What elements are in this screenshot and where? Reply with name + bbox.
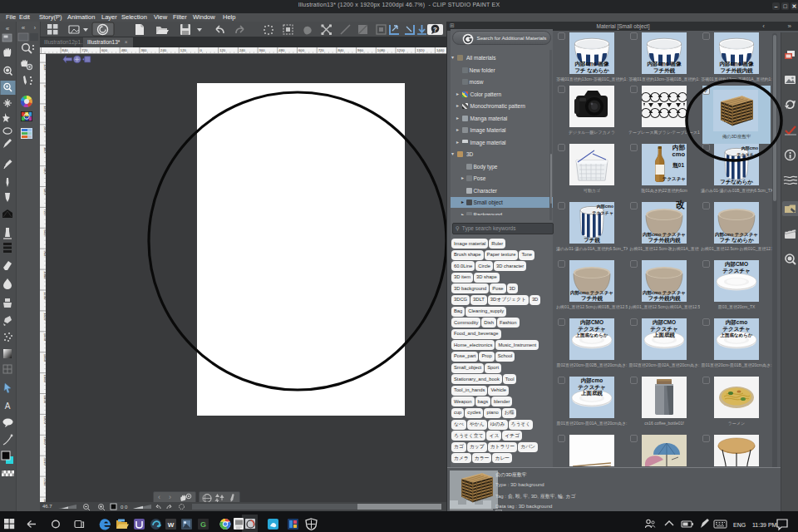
svg-text:1200: 1200 xyxy=(397,48,406,52)
svg-text:G: G xyxy=(200,520,206,529)
svg-text:360: 360 xyxy=(259,48,266,52)
svg-text:ENG: ENG xyxy=(733,522,746,528)
svg-text:240: 240 xyxy=(160,48,167,52)
svg-text:120: 120 xyxy=(219,48,226,52)
svg-text:1320: 1320 xyxy=(416,48,425,52)
svg-text:240: 240 xyxy=(239,48,246,52)
svg-text:120: 120 xyxy=(180,48,187,52)
svg-text:600: 600 xyxy=(298,48,305,52)
svg-text:?: ? xyxy=(433,26,437,33)
svg-text:720: 720 xyxy=(318,48,325,52)
svg-text:«: « xyxy=(22,24,26,32)
svg-text:A: A xyxy=(5,401,11,411)
svg-text:0: 0 xyxy=(200,48,203,52)
svg-text:1080: 1080 xyxy=(377,48,386,52)
svg-text:480: 480 xyxy=(121,48,128,52)
svg-text:1440: 1440 xyxy=(436,48,445,52)
svg-text:360: 360 xyxy=(140,48,147,52)
svg-text:W: W xyxy=(168,521,175,529)
svg-text:840: 840 xyxy=(337,48,344,52)
svg-text:11:39 PM: 11:39 PM xyxy=(752,522,777,528)
svg-text:«: « xyxy=(6,25,10,32)
svg-text:600: 600 xyxy=(101,48,108,52)
svg-text:960: 960 xyxy=(357,48,364,52)
svg-text:840: 840 xyxy=(62,48,69,52)
svg-text:480: 480 xyxy=(278,48,285,52)
svg-text:720: 720 xyxy=(81,48,88,52)
svg-text:0 0: 0 0 xyxy=(121,505,128,510)
svg-text:›: › xyxy=(34,25,37,31)
